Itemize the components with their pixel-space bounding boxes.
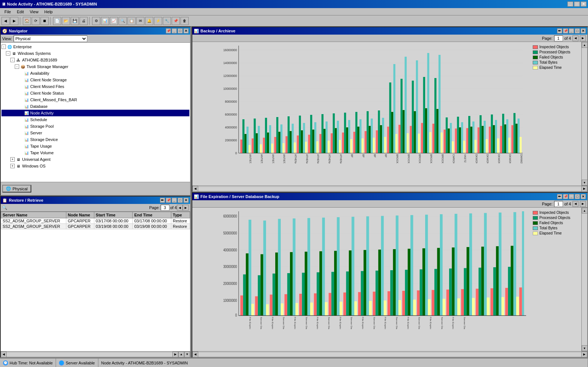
expander-enterprise[interactable]: - bbox=[1, 45, 6, 49]
toolbar-btn-4[interactable]: 🔍 bbox=[119, 17, 127, 25]
tree-item-storage-device[interactable]: 📊 Storage Device bbox=[1, 136, 189, 143]
chart-top-max-btn[interactable]: □ bbox=[575, 28, 580, 33]
tree-item-availability[interactable]: 📊 Availability bbox=[1, 70, 189, 77]
tree-item-server-item[interactable]: 📊 Server bbox=[1, 130, 189, 136]
menu-edit[interactable]: Edit bbox=[14, 9, 27, 15]
new-button[interactable]: 📄 bbox=[53, 17, 61, 25]
tree-item-server[interactable]: - 🖧 ATHOME-B2B1689 bbox=[1, 57, 189, 63]
tree-item-schedule[interactable]: 📊 Schedule bbox=[1, 116, 189, 123]
toolbar-btn-9[interactable]: 🔧 bbox=[163, 17, 171, 25]
print-button[interactable]: 🖨 bbox=[80, 17, 88, 25]
chart-top-min-btn[interactable]: _ bbox=[569, 28, 574, 33]
chart-bottom-h-right[interactable]: ▶ bbox=[581, 352, 587, 357]
chart-top-h-right[interactable]: ▶ bbox=[581, 186, 587, 192]
toolbar-btn-8[interactable]: ⚡ bbox=[154, 17, 162, 25]
toolbar-btn-1[interactable]: ⚙ bbox=[92, 17, 100, 25]
tree-item-cns[interactable]: 📊 Client Node Storage bbox=[1, 77, 189, 83]
chart-top-close-btn[interactable]: ✕ bbox=[581, 28, 586, 33]
forward-button[interactable]: ▶ bbox=[10, 17, 18, 25]
home-button[interactable]: 🏠 bbox=[23, 17, 31, 25]
restore-h-left[interactable]: ◀ bbox=[1, 352, 7, 357]
tree-item-windows-systems[interactable]: - 🖥 Windows Systems bbox=[1, 50, 189, 57]
toolbar-btn-5[interactable]: 📋 bbox=[127, 17, 136, 25]
tree-item-database[interactable]: 📊 Database bbox=[1, 103, 189, 110]
tree-item-windows-os[interactable]: + 🖥 Windows OS bbox=[1, 163, 189, 169]
chart-top-h-left[interactable]: ◀ bbox=[192, 186, 198, 192]
restore-page-input[interactable]: 3 bbox=[161, 205, 169, 211]
chart-bottom-page-input[interactable] bbox=[554, 201, 563, 207]
svg-rect-67 bbox=[350, 139, 353, 153]
tree-item-cmfbar[interactable]: 📊 Client_Missed_Files_BAR bbox=[1, 96, 189, 103]
restore-h-right[interactable]: ▶ bbox=[172, 352, 178, 357]
expander-server[interactable]: - bbox=[10, 58, 15, 62]
nav-close-button[interactable]: ✕ bbox=[183, 28, 189, 33]
table-row[interactable]: SS2_ADSM_GROUP_SERVERGPCARPER03/19/08 00… bbox=[1, 224, 190, 229]
col-node: Node Name bbox=[66, 212, 94, 218]
tree-item-tsm[interactable]: - 📦 Tivoli Storage Manager bbox=[1, 63, 189, 70]
table-row[interactable]: SS2_ADSM_GROUP_SERVERGPCARPER03/17/08 00… bbox=[1, 218, 190, 224]
restore-edit-button[interactable]: ✏ bbox=[160, 198, 165, 203]
menu-view[interactable]: View bbox=[27, 9, 42, 15]
save-button[interactable]: 💾 bbox=[71, 17, 79, 25]
tree-item-tape-usage[interactable]: 📊 Tape Usage bbox=[1, 143, 189, 149]
restore-v-down[interactable]: ▼ bbox=[184, 352, 190, 357]
refresh-button[interactable]: ⟳ bbox=[32, 17, 40, 25]
view-select[interactable]: Physical bbox=[14, 35, 87, 42]
menu-file[interactable]: File bbox=[1, 9, 14, 15]
restore-min-button[interactable]: _ bbox=[172, 198, 177, 203]
toolbar-btn-3[interactable]: 📈 bbox=[110, 17, 118, 25]
chart-top-page-input[interactable] bbox=[554, 35, 563, 41]
toolbar-btn-7[interactable]: 🔔 bbox=[145, 17, 153, 25]
restore-max-button[interactable]: □ bbox=[178, 198, 183, 203]
expander-tsm[interactable]: - bbox=[15, 64, 19, 69]
chart-bottom-scroll-left[interactable]: ◀ bbox=[573, 201, 578, 207]
tree-item-storage-pool[interactable]: 📊 Storage Pool bbox=[1, 123, 189, 130]
chart-bottom-close-btn[interactable]: ✕ bbox=[581, 194, 586, 199]
chart-top-scroll-down[interactable]: ▼ bbox=[582, 180, 588, 186]
chart-bottom-h-left[interactable]: ◀ bbox=[192, 352, 198, 357]
toolbar-btn-2[interactable]: 📊 bbox=[101, 17, 109, 25]
restore-pin-button[interactable]: 📌 bbox=[166, 198, 171, 203]
toolbar-btn-6[interactable]: ✉ bbox=[136, 17, 144, 25]
chart-bottom-edit-btn[interactable]: ✏ bbox=[557, 194, 562, 199]
tree-item-cnstatus[interactable]: 📊 Client Node Status bbox=[1, 90, 189, 96]
chart-bottom-scroll-up[interactable]: ▲ bbox=[582, 208, 588, 214]
chart-top-scroll-up[interactable]: ▲ bbox=[582, 42, 588, 48]
physical-icon: 🌐 bbox=[6, 186, 11, 191]
restore-v-up[interactable]: ▲ bbox=[178, 352, 184, 357]
back-button[interactable]: ◀ bbox=[1, 17, 10, 25]
chart-bottom-scroll-right[interactable]: ▶ bbox=[580, 201, 586, 207]
svg-text:ATHENA: ATHENA bbox=[328, 154, 331, 163]
close-button[interactable]: ✕ bbox=[581, 1, 587, 7]
expander-ua[interactable]: + bbox=[10, 157, 15, 162]
open-button[interactable]: 📂 bbox=[62, 17, 70, 25]
tree-item-tape-volume[interactable]: 📊 Tape Volume bbox=[1, 149, 189, 156]
maximize-button[interactable]: □ bbox=[574, 1, 580, 7]
tree-item-cmf[interactable]: 📊 Client Missed Files bbox=[1, 83, 189, 90]
restore-scroll-right[interactable]: ▶ bbox=[183, 205, 189, 211]
restore-scroll-left[interactable]: ◀ bbox=[177, 205, 183, 211]
menu-help[interactable]: Help bbox=[41, 9, 56, 15]
tree-item-node-activity[interactable]: 📊 Node Activity bbox=[1, 110, 189, 116]
expander-wos[interactable]: + bbox=[10, 164, 15, 168]
nav-max-button[interactable]: □ bbox=[178, 28, 183, 33]
nav-min-button[interactable]: _ bbox=[172, 28, 177, 33]
restore-close-button[interactable]: ✕ bbox=[183, 198, 189, 203]
chart-top-scroll-left[interactable]: ◀ bbox=[573, 35, 578, 41]
chart-top-pin-btn[interactable]: 📌 bbox=[563, 28, 568, 33]
chart-bottom-min-btn[interactable]: _ bbox=[569, 194, 574, 199]
chart-top-scroll-right[interactable]: ▶ bbox=[580, 35, 586, 41]
expander-windows[interactable]: - bbox=[6, 51, 10, 56]
chart-top-edit-btn[interactable]: ✏ bbox=[557, 28, 562, 33]
toolbar-btn-10[interactable]: 📌 bbox=[172, 17, 180, 25]
physical-button[interactable]: 🌐 Physical bbox=[2, 185, 31, 193]
chart-bottom-max-btn[interactable]: □ bbox=[575, 194, 580, 199]
stop-button[interactable]: ⏹ bbox=[41, 17, 49, 25]
nav-pin-button[interactable]: 📌 bbox=[166, 28, 171, 33]
minimize-button[interactable]: _ bbox=[567, 1, 573, 7]
tree-item-enterprise[interactable]: - 🌐 Enterprise bbox=[1, 43, 189, 50]
tree-item-universal-agent[interactable]: + 🖥 Universal Agent bbox=[1, 156, 189, 163]
chart-bottom-scroll-down[interactable]: ▼ bbox=[582, 345, 588, 351]
chart-bottom-pin-btn[interactable]: 📌 bbox=[563, 194, 568, 199]
toolbar-btn-11[interactable]: 🗑 bbox=[181, 17, 189, 25]
